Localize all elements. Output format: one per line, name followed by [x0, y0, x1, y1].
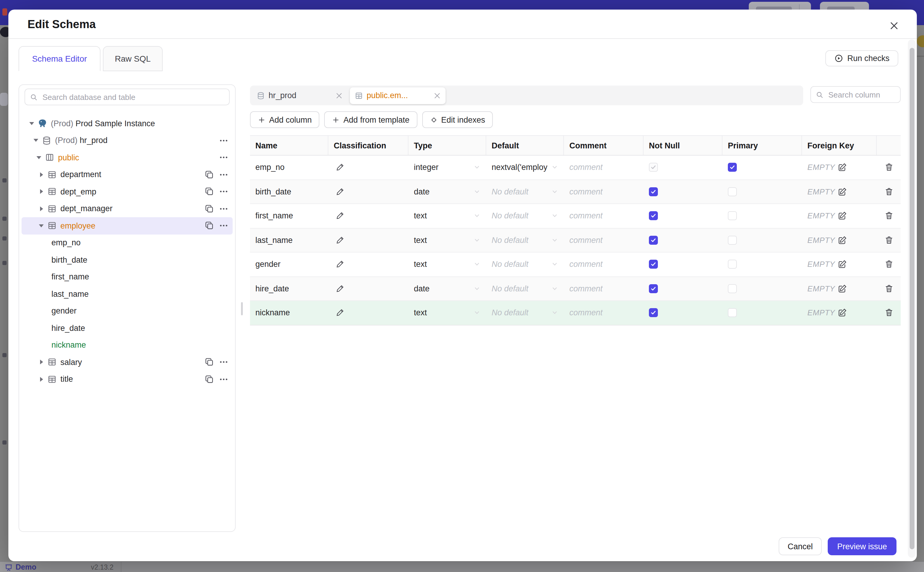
- trash-icon[interactable]: [884, 211, 893, 221]
- close-icon[interactable]: [888, 20, 900, 32]
- run-checks-button[interactable]: Run checks: [825, 50, 898, 67]
- cell-foreign-key: EMPTY: [802, 236, 877, 245]
- scrollbar-track[interactable]: [908, 39, 916, 558]
- edit-square-icon[interactable]: [838, 187, 847, 196]
- more-icon[interactable]: [219, 221, 228, 231]
- preview-issue-button[interactable]: Preview issue: [828, 537, 896, 555]
- pencil-icon[interactable]: [335, 163, 344, 172]
- add-column-button[interactable]: Add column: [250, 111, 320, 128]
- trash-icon[interactable]: [884, 308, 893, 317]
- tree-item-birth-date[interactable]: birth_date: [22, 251, 233, 268]
- more-icon[interactable]: [219, 204, 228, 214]
- tree-item-hr-prod[interactable]: (Prod) hr_prod: [22, 132, 233, 149]
- tree-item-gender[interactable]: gender: [22, 302, 233, 320]
- tree-item-title[interactable]: title: [22, 371, 233, 388]
- trash-icon[interactable]: [884, 236, 893, 245]
- check-icon: [650, 285, 657, 292]
- close-icon[interactable]: [434, 92, 441, 99]
- checkbox-checked[interactable]: [649, 260, 658, 269]
- edit-square-icon[interactable]: [838, 260, 847, 269]
- tree-item-department[interactable]: department: [22, 166, 233, 183]
- close-icon[interactable]: [335, 92, 343, 99]
- more-icon[interactable]: [219, 170, 228, 179]
- checkbox-checked[interactable]: [649, 211, 658, 221]
- chevron-down-icon[interactable]: [34, 153, 43, 162]
- copy-icon[interactable]: [205, 358, 214, 367]
- more-icon[interactable]: [219, 136, 228, 145]
- checkbox-checked[interactable]: [649, 284, 658, 293]
- cell-foreign-key: EMPTY: [802, 284, 877, 293]
- copy-icon[interactable]: [205, 221, 214, 231]
- edit-square-icon[interactable]: [838, 284, 847, 293]
- panel-resize-handle[interactable]: [241, 302, 243, 315]
- checkbox-unchecked[interactable]: [728, 260, 737, 269]
- tree-item-hire-date[interactable]: hire_date: [22, 320, 233, 337]
- pencil-icon[interactable]: [335, 187, 344, 196]
- checkbox-checked[interactable]: [649, 236, 658, 245]
- more-icon[interactable]: [219, 187, 228, 197]
- chevron-right-icon[interactable]: [36, 204, 46, 214]
- copy-icon[interactable]: [205, 204, 214, 214]
- editor-tab-public-em[interactable]: public.em...: [350, 87, 445, 104]
- chevron-right-icon[interactable]: [36, 170, 46, 179]
- cell-name: hire_date: [250, 284, 328, 293]
- checkbox-checked[interactable]: [649, 163, 658, 172]
- tree-item-label: salary: [60, 358, 82, 367]
- chevron-right-icon[interactable]: [36, 358, 46, 367]
- checkbox-unchecked[interactable]: [728, 236, 737, 245]
- copy-icon[interactable]: [205, 187, 214, 197]
- cancel-button[interactable]: Cancel: [779, 537, 822, 555]
- columns-table: NameClassificationTypeDefaultCommentNot …: [250, 135, 901, 325]
- tree-item-salary[interactable]: salary: [22, 354, 233, 371]
- tree-item-prod-sample-instance[interactable]: (Prod) Prod Sample Instance: [22, 115, 233, 132]
- checkbox-unchecked[interactable]: [728, 308, 737, 317]
- copy-icon[interactable]: [205, 170, 214, 179]
- chevron-right-icon[interactable]: [36, 375, 46, 384]
- trash-icon[interactable]: [884, 163, 893, 172]
- trash-icon[interactable]: [884, 260, 893, 269]
- pencil-icon[interactable]: [335, 211, 344, 221]
- edit-square-icon[interactable]: [838, 308, 847, 317]
- tab-schema-editor[interactable]: Schema Editor: [19, 46, 101, 71]
- chevron-down-icon[interactable]: [31, 136, 41, 145]
- tree-item-dept-emp[interactable]: dept_emp: [22, 183, 233, 200]
- database-icon: [257, 91, 265, 99]
- checkbox-unchecked[interactable]: [728, 187, 737, 196]
- chevron-down-icon[interactable]: [27, 119, 36, 128]
- checkbox-unchecked[interactable]: [728, 284, 737, 293]
- column-search-input[interactable]: [827, 89, 895, 99]
- checkbox-checked[interactable]: [728, 163, 737, 172]
- trash-icon[interactable]: [884, 187, 893, 196]
- trash-icon[interactable]: [884, 284, 893, 293]
- button-label: Add from template: [344, 115, 410, 124]
- checkbox-checked[interactable]: [649, 187, 658, 196]
- tab-raw-sql[interactable]: Raw SQL: [103, 46, 163, 71]
- tree-item-public[interactable]: public: [22, 149, 233, 166]
- tree-search-input[interactable]: [41, 92, 224, 102]
- checkbox-unchecked[interactable]: [728, 211, 737, 221]
- pencil-icon[interactable]: [335, 260, 344, 269]
- tree-item-dept-manager[interactable]: dept_manager: [22, 200, 233, 217]
- tree-item-employee[interactable]: employee: [22, 217, 233, 234]
- edit-indexes-button[interactable]: Edit indexes: [422, 111, 493, 128]
- scrollbar-thumb[interactable]: [909, 48, 914, 549]
- pencil-icon[interactable]: [335, 284, 344, 293]
- tree-item-nickname[interactable]: nickname: [22, 337, 233, 354]
- add-from-template-button[interactable]: Add from template: [324, 111, 417, 128]
- edit-square-icon[interactable]: [838, 211, 847, 221]
- copy-icon[interactable]: [205, 375, 214, 384]
- editor-tab-hr-prod[interactable]: hr_prod: [252, 87, 347, 104]
- tree-item-last-name[interactable]: last_name: [22, 285, 233, 302]
- tree-item-emp-no[interactable]: emp_no: [22, 234, 233, 251]
- more-icon[interactable]: [219, 153, 228, 162]
- edit-square-icon[interactable]: [838, 163, 847, 172]
- edit-square-icon[interactable]: [838, 236, 847, 245]
- tree-item-first-name[interactable]: first_name: [22, 268, 233, 285]
- pencil-icon[interactable]: [335, 308, 344, 317]
- chevron-right-icon[interactable]: [36, 187, 46, 197]
- chevron-down-icon[interactable]: [36, 221, 46, 231]
- more-icon[interactable]: [219, 375, 228, 384]
- checkbox-checked[interactable]: [649, 308, 658, 317]
- pencil-icon[interactable]: [335, 236, 344, 245]
- more-icon[interactable]: [219, 358, 228, 367]
